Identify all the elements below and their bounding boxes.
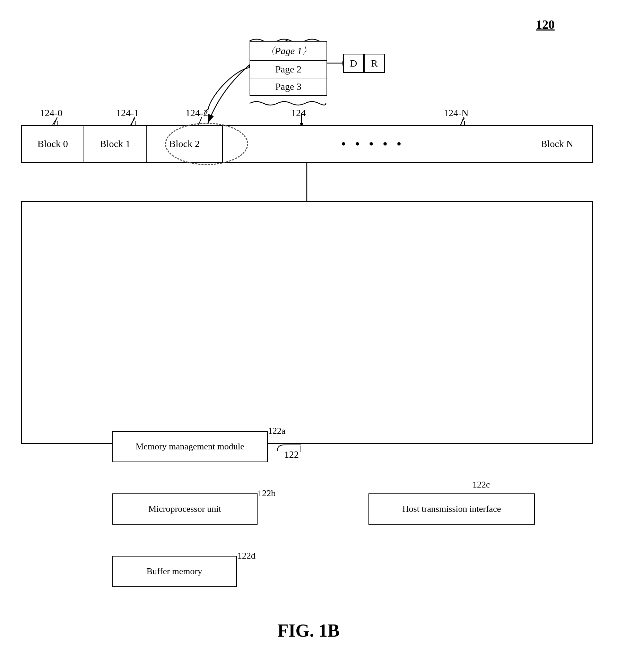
buffer-label: Buffer memory: [147, 566, 202, 577]
label-block-1: 124-1: [116, 107, 139, 119]
r-box: R: [364, 54, 385, 73]
label-block-2: 124-2: [185, 107, 208, 119]
mmm-box: Memory management module: [112, 431, 268, 462]
d-box: D: [343, 54, 364, 73]
label-122c: 122c: [472, 480, 490, 490]
microprocessor-box: Microprocessor unit: [112, 493, 258, 525]
label-block-0: 124-0: [40, 107, 62, 119]
block-1: Block 1: [84, 126, 147, 162]
label-block-n: 124-N: [444, 107, 469, 119]
label-124: 124: [291, 107, 306, 119]
flash-memory-row: Block 0 Block 1 Block 2 • • • • • Block …: [21, 125, 593, 163]
buffer-memory-box: Buffer memory: [112, 556, 237, 587]
micro-label: Microprocessor unit: [148, 504, 221, 514]
block-0: Block 0: [22, 126, 84, 162]
page-row-2: Page 2: [250, 61, 327, 78]
figure-caption: FIG. 1B: [277, 620, 339, 641]
label-122d: 122d: [237, 551, 255, 561]
dr-boxes: D R: [343, 54, 385, 73]
page-row-3: Page 3: [250, 78, 327, 95]
page-row-1: 〈Page 1〉: [250, 42, 327, 61]
page-table: 〈Page 1〉 Page 2 Page 3: [250, 41, 327, 96]
label-122: 122: [284, 449, 299, 460]
block-dots: • • • • •: [223, 126, 522, 162]
figure-number: 120: [536, 17, 555, 32]
host-label: Host transmission interface: [402, 504, 501, 514]
mmm-label: Memory management module: [136, 441, 244, 452]
host-interface-box: Host transmission interface: [368, 493, 535, 525]
diagram: 120: [0, 0, 617, 672]
label-122b: 122b: [258, 488, 276, 499]
block-2: Block 2: [147, 126, 223, 162]
label-122a: 122a: [268, 426, 286, 436]
controller-box: Memory management module 122a Microproce…: [21, 201, 593, 444]
block-n: Block N: [522, 126, 592, 162]
